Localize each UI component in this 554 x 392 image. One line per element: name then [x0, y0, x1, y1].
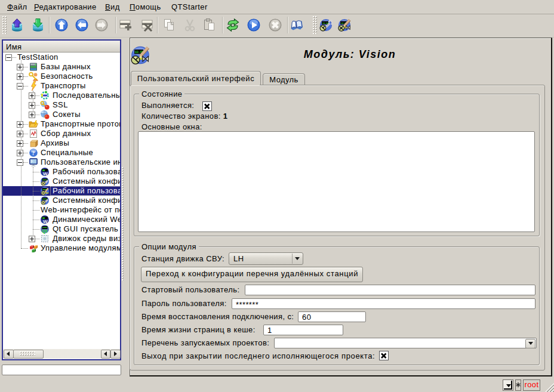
svg-text:?: ?	[32, 150, 35, 156]
svg-text:W: W	[43, 171, 48, 177]
svg-text:W: W	[43, 219, 48, 224]
svg-text:Qt: Qt	[42, 229, 47, 234]
